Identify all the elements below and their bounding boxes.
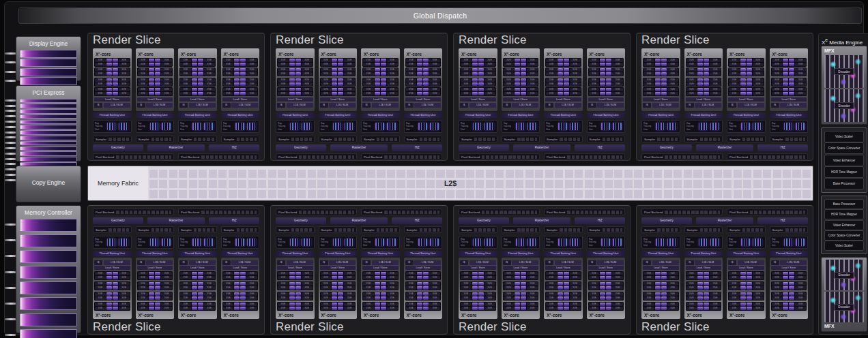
cache-row: I$L1$ / SLM xyxy=(405,103,442,108)
ray-tracing-unit: Ray Tracing Unit xyxy=(684,120,723,133)
xmx-unit xyxy=(338,307,343,310)
xve-unit: XVE xyxy=(589,292,600,296)
xve-unit: XVE xyxy=(686,292,697,296)
cache-row: I$L1$ / SLM xyxy=(771,103,807,108)
xve-row: XVEXVE xyxy=(95,78,130,82)
xve-unit: XVE xyxy=(667,82,678,86)
xmx-unit xyxy=(564,282,569,286)
xve-unit: XVE xyxy=(223,282,234,286)
xve-row: XVEXVE xyxy=(321,296,356,300)
xve-group: XVEXVEXVEXVE xyxy=(362,271,399,280)
xve-unit: XVE xyxy=(612,307,623,310)
xve-group: XVEXVEXVEXVE xyxy=(771,292,807,301)
xve-unit: XVE xyxy=(589,303,600,306)
xve-unit: XVE xyxy=(686,92,697,95)
xmx-unit xyxy=(381,296,386,300)
ray-tracing-glow-pattern xyxy=(484,123,493,130)
memory-controller-lane xyxy=(20,219,77,232)
xve-unit: XVE xyxy=(612,272,623,275)
xve-unit: XVE xyxy=(484,59,495,62)
sampler-block: Sampler xyxy=(178,136,217,142)
xmx-unit xyxy=(697,92,703,95)
pci-express-lane xyxy=(20,99,77,104)
xmx-unit xyxy=(234,63,240,66)
xmx-unit xyxy=(289,63,295,66)
xve-unit: XVE xyxy=(180,292,191,296)
geometry-raster-hiz-row: GeometryRasterizerHiZ xyxy=(459,217,625,224)
xe-core: Xe-coreXVEXVEXVEXVEXVEXVEXVEXVEXVEXVEXVE… xyxy=(770,48,809,111)
xve-unit: XVE xyxy=(344,292,355,296)
xve-unit: XVE xyxy=(344,286,355,290)
xve-row: XVEXVE xyxy=(461,276,495,279)
xve-row: XVEXVE xyxy=(223,72,258,76)
hiz-block: HiZ xyxy=(392,217,442,224)
instruction-cache: I$ xyxy=(137,103,145,108)
xmx-unit xyxy=(515,63,520,66)
xe-core-label: Xe-core xyxy=(728,311,764,318)
xve-group: XVEXVEXVEXVE xyxy=(771,271,807,280)
xmx-unit xyxy=(295,307,301,310)
xve-row: XVEXVE xyxy=(686,72,721,76)
sampler-label: Sampler xyxy=(96,138,106,141)
xve-unit: XVE xyxy=(95,68,106,72)
xve-row: XVEXVE xyxy=(223,59,258,62)
xve-row: XVEXVE xyxy=(589,72,624,76)
ray-tracing-unit-label: Ray Tracing Unit xyxy=(363,238,374,247)
pci-express-pin xyxy=(5,105,16,107)
xmx-unit xyxy=(655,72,661,76)
ray-tracing-unit: Ray Tracing Unit xyxy=(93,120,132,133)
xve-unit: XVE xyxy=(753,92,764,95)
xve-unit: XVE xyxy=(527,88,538,91)
ray-tracing-unit-label: Ray Tracing Unit xyxy=(772,122,783,131)
xve-unit: XVE xyxy=(484,303,495,306)
xmx-unit xyxy=(113,82,118,86)
ray-tracing-unit-label: Ray Tracing Unit xyxy=(729,238,740,247)
xve-unit: XVE xyxy=(795,59,806,62)
xve-unit: XVE xyxy=(546,88,557,91)
ray-tracing-unit: Ray Tracing Unit xyxy=(404,120,443,133)
xmx-unit xyxy=(289,303,295,306)
xve-unit: XVE xyxy=(204,82,215,86)
xmx-unit xyxy=(655,292,661,296)
xmx-unit xyxy=(655,68,661,72)
xmx-unit xyxy=(240,276,246,279)
ray-tracing-glow-pattern xyxy=(119,239,128,246)
xve-row: XVEXVE xyxy=(729,68,764,72)
xve-row: XVEXVE xyxy=(363,303,398,306)
xve-group: XVEXVEXVEXVE xyxy=(94,281,130,290)
xe-core-label-part: -core xyxy=(326,313,336,318)
xve-group: XVEXVEXVEXVE xyxy=(277,302,313,311)
xve-row: XVEXVE xyxy=(461,286,495,290)
xve-group: XVEXVEXVEXVE xyxy=(728,281,764,290)
xmx-unit xyxy=(606,88,611,91)
xve-row: XVEXVE xyxy=(95,292,130,296)
xmx-unit xyxy=(606,282,611,286)
xve-unit: XVE xyxy=(180,286,191,290)
xmx-unit xyxy=(106,63,112,66)
xmx-unit xyxy=(789,286,794,290)
thread-sorting-unit: Thread Sorting Unit xyxy=(727,112,766,118)
xve-unit: XVE xyxy=(461,72,472,76)
xve-unit: XVE xyxy=(302,282,313,286)
xve-unit: XVE xyxy=(570,292,581,296)
sampler-label: Sampler xyxy=(96,228,106,232)
xe-core-label: Xe-core xyxy=(643,311,679,318)
xve-unit: XVE xyxy=(686,63,697,66)
xve-unit: XVE xyxy=(710,282,721,286)
xve-row: XVEXVE xyxy=(504,63,538,66)
ray-tracing-unit: Ray Tracing Unit xyxy=(136,236,175,249)
memory-fabric: Memory Fabric L2$ xyxy=(87,166,813,201)
instruction-cache: I$ xyxy=(277,260,285,265)
xve-row: XVEXVE xyxy=(772,59,807,62)
xve-group: XVEXVEXVEXVE xyxy=(179,271,216,280)
xmx-unit xyxy=(478,59,484,62)
xve-row: XVEXVE xyxy=(504,272,538,275)
ray-tracing-unit: Ray Tracing Unit xyxy=(276,236,315,249)
instruction-cache: I$ xyxy=(728,103,736,108)
cache-row: I$L1$ / SLM xyxy=(503,260,539,265)
xve-unit: XVE xyxy=(302,59,313,62)
xmx-unit xyxy=(338,88,343,91)
xve-row: XVEXVE xyxy=(180,92,215,95)
geometry-block: Geometry xyxy=(276,217,326,224)
xve-unit: XVE xyxy=(429,307,440,310)
